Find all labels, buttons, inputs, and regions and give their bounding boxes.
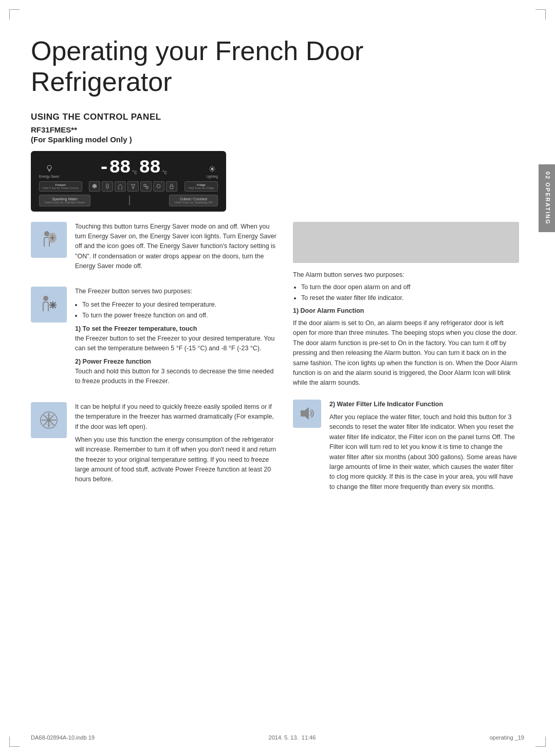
energy-saver-text: Touching this button turns Energy Saver … xyxy=(75,222,278,275)
panel-filter-icon xyxy=(127,181,139,192)
panel-alarm-icon xyxy=(89,181,100,192)
svg-rect-14 xyxy=(170,186,173,188)
water-filter-section: 2) Water Filter Life Indicator Function … xyxy=(293,400,519,495)
section-heading: USING THE CONTROL PANEL xyxy=(31,112,524,122)
fridge-temp: 88 xyxy=(139,157,160,178)
energy-saver-figure xyxy=(38,229,60,251)
svg-line-2 xyxy=(49,169,50,172)
alarm-image-placeholder xyxy=(293,222,519,263)
power-freeze-section: It can be helpful if you need to quickly… xyxy=(31,402,278,488)
water-filter-text: 2) Water Filter Life Indicator Function … xyxy=(329,400,519,495)
lighting-icon xyxy=(208,164,217,174)
svg-point-7 xyxy=(106,185,107,185)
svg-rect-12 xyxy=(146,186,148,188)
freezer-section: The Freezer button serves two purposes: … xyxy=(31,287,278,389)
panel-fridge-btn: Fridge Hold 3 sec for Fridge xyxy=(184,181,218,192)
footer-date-time: 2014. 5. 13. 11:46 xyxy=(269,734,316,741)
panel-lock-icon xyxy=(166,181,177,192)
panel-lighting-section: Lighting xyxy=(206,164,218,178)
svg-point-0 xyxy=(47,165,51,169)
panel-cubed-icon xyxy=(140,181,152,192)
panel-water-icon xyxy=(115,181,126,192)
panel-freezer-btn: Freezer Hold 3 sec for Power Freeze xyxy=(39,181,82,192)
svg-rect-4 xyxy=(94,187,96,188)
panel-middle-row: Freezer Hold 3 sec for Power Freeze xyxy=(39,181,218,192)
water-filter-icon-box xyxy=(293,400,321,428)
panel-sparkling-icon xyxy=(102,181,113,192)
freezer-icon-box xyxy=(31,287,67,323)
energy-saver-icon xyxy=(45,164,54,174)
svg-point-8 xyxy=(108,186,108,186)
svg-point-3 xyxy=(211,167,213,170)
svg-rect-33 xyxy=(301,410,305,417)
energy-saver-icon-box xyxy=(31,222,67,258)
energy-saver-label: Energy Saver xyxy=(39,175,59,178)
snowflake-icon xyxy=(38,409,60,431)
panel-sparkling-water-btn: Sparkling Water Hold 3 sec for Cylinder … xyxy=(39,195,90,206)
panel-separator xyxy=(129,195,130,205)
right-column: The Alarm button serves two purposes: To… xyxy=(293,222,519,500)
freezer-temp: -88 xyxy=(99,157,131,178)
panel-top-row: Energy Saver -88 °c 88 °c Lighting xyxy=(39,157,218,178)
speaker-icon xyxy=(298,404,317,423)
svg-rect-11 xyxy=(144,184,146,186)
panel-crushed-icon xyxy=(153,181,164,192)
panel-energy-section: Energy Saver xyxy=(39,164,59,178)
control-panel-image: Energy Saver -88 °c 88 °c Lighting Freez… xyxy=(31,151,226,212)
left-column: Touching this button turns Energy Saver … xyxy=(31,222,278,500)
freezer-text: The Freezer button serves two purposes: … xyxy=(75,287,278,389)
svg-point-17 xyxy=(43,296,48,301)
page-number: operating _19 xyxy=(490,734,524,741)
svg-marker-10 xyxy=(131,184,135,188)
footer-file: DA68-02894A-10.indb 19 xyxy=(31,734,95,741)
main-content: Touching this button turns Energy Saver … xyxy=(31,222,524,500)
svg-point-5 xyxy=(95,183,96,184)
panel-icon-row xyxy=(85,181,182,192)
svg-point-15 xyxy=(44,231,49,236)
panel-temp-display: -88 °c 88 °c xyxy=(99,157,167,178)
lighting-label: Lighting xyxy=(206,175,218,178)
power-freeze-continued-text: It can be helpful if you need to quickly… xyxy=(75,402,278,488)
svg-marker-13 xyxy=(157,184,160,188)
alarm-section: The Alarm button serves two purposes: To… xyxy=(293,270,519,388)
svg-point-22 xyxy=(52,304,54,306)
energy-saver-section: Touching this button turns Energy Saver … xyxy=(31,222,278,275)
svg-point-28 xyxy=(47,419,50,422)
model-label: RF31FMES** xyxy=(31,125,524,134)
svg-point-9 xyxy=(107,187,107,187)
freezer-figure xyxy=(38,293,60,316)
power-freeze-icon-box xyxy=(31,402,67,438)
panel-bottom-row: Sparkling Water Hold 3 sec for Cylinder … xyxy=(39,195,218,206)
model-sub: (For Sparkling model Only ) xyxy=(31,135,524,144)
panel-cubed-crushed-btn: Cubed / Crushed Hold 3 sec for Sparkling… xyxy=(169,195,218,206)
svg-rect-6 xyxy=(106,184,108,188)
page-footer: DA68-02894A-10.indb 19 2014. 5. 13. 11:4… xyxy=(31,734,524,741)
page-title: Operating your French Door Refrigerator xyxy=(31,36,524,98)
